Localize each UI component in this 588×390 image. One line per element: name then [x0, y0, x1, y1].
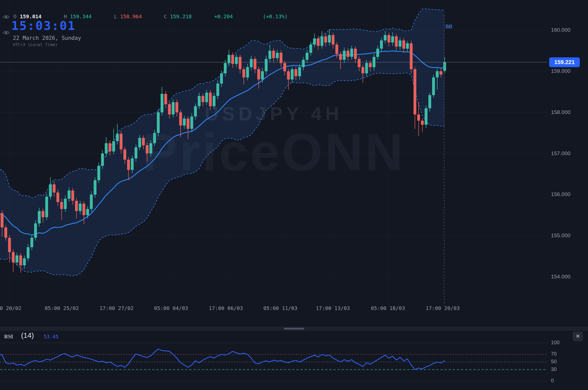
time-axis-label: 17:00 13/03: [316, 305, 350, 311]
price-axis-label: 160.000: [551, 27, 571, 33]
pane-splitter-handle[interactable]: [284, 328, 304, 330]
price-axis-label: 157.000: [551, 150, 571, 156]
price-axis-label: 154.000: [551, 273, 571, 280]
time-axis-label: 05:00 11/03: [263, 305, 297, 311]
time-axis[interactable]: 00 20/0205:00 25/0217:00 27/0205:00 04/0…: [0, 304, 588, 314]
price-axis-label: 156.000: [551, 191, 571, 197]
time-axis-label: 17:00 20/03: [426, 305, 460, 311]
rsi-axis-label: 100: [551, 340, 559, 345]
time-axis-label: 05:00 25/02: [45, 305, 79, 311]
rsi-axis-label: 0: [551, 378, 554, 384]
rsi-axis-label: 70: [551, 351, 557, 357]
rsi-axis[interactable]: 1007050300: [0, 330, 588, 390]
time-axis-label: 17:00 06/03: [209, 305, 243, 311]
rsi-axis-label: 30: [551, 366, 557, 372]
price-axis-label: 159.000: [551, 68, 571, 74]
rsi-axis-label: 50: [551, 359, 557, 365]
time-axis-label: 05:00 04/03: [154, 305, 188, 311]
trading-chart-window: USDJPY 4HPriceONN O 159.014 H 159.344 L …: [0, 0, 588, 390]
current-price-badge: 159.221: [549, 57, 580, 67]
time-axis-label: 00 20/02: [0, 305, 21, 311]
price-axis-label: 158.000: [551, 109, 571, 115]
time-axis-label: 17:00 27/02: [100, 305, 133, 311]
time-axis-label: 05:00 18/03: [371, 305, 405, 311]
price-axis[interactable]: 160.000159.000158.000157.000156.000155.0…: [0, 0, 588, 324]
price-axis-label: 155.000: [551, 232, 571, 238]
